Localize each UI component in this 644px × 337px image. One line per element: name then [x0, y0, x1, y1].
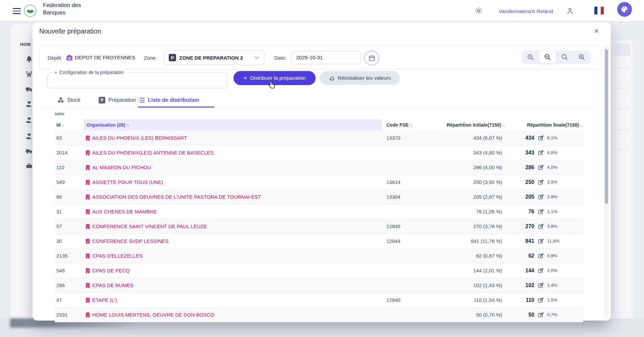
eraser-icon	[329, 75, 335, 81]
sort-icon: ↑↓	[580, 123, 582, 127]
edit-icon[interactable]	[538, 150, 544, 156]
cell-initial-repartition: 144 (2,01 %)	[434, 268, 505, 273]
edit-icon[interactable]	[538, 238, 544, 244]
organisation-link[interactable]: AL MASEON DU PICHOU	[84, 164, 382, 170]
organisation-link[interactable]: ASSOCIATION DES OEUVRES DE L'UNITE PASTO…	[84, 194, 382, 200]
preparation-toolbar: Dépôt DEPOT DE FROYENNES Zone: P ZONE DE…	[39, 46, 601, 70]
organisation-link[interactable]: CONFERENCE SVDP LESSINES	[84, 238, 382, 244]
cell-initial-repartition: 343 (4,80 %)	[434, 150, 505, 155]
edit-icon[interactable]	[538, 135, 544, 141]
edit-icon[interactable]	[538, 297, 544, 303]
edit-icon[interactable]	[538, 223, 544, 229]
cell-final-repartition: 62 0,9%	[505, 253, 583, 259]
cell-code-fse: 13614	[382, 179, 434, 185]
distribution-table-body: 63 AILES DU PHOENIX (LES) BERNISSART 133…	[55, 131, 583, 322]
table-row: 2014 AILES DU PHOENIX(LES) ANTENNE DE BA…	[55, 145, 583, 160]
organisation-link[interactable]: CPAS DE RUMES	[84, 282, 382, 288]
search-icon[interactable]	[556, 51, 573, 64]
organisation-link[interactable]: CPAS D'ELLEZELLES	[84, 253, 382, 259]
zoom-out-icon[interactable]	[522, 51, 539, 64]
scrollbar-thumb[interactable]	[605, 49, 608, 204]
organisation-link[interactable]: ETAPE (L')	[84, 297, 382, 303]
column-header-code-fse[interactable]: Code FSE↑↓	[382, 122, 434, 128]
configuration-input[interactable]	[48, 73, 229, 89]
cell-id: 548	[55, 268, 84, 273]
bell-icon[interactable]	[25, 56, 33, 63]
column-header-id[interactable]: Id↑↓	[55, 122, 84, 128]
french-flag-icon[interactable]	[594, 7, 604, 14]
app-logo-icon	[24, 4, 37, 17]
hand-heart-icon[interactable]	[25, 117, 33, 124]
cell-id: 110	[55, 164, 84, 170]
organisation-link[interactable]: AILES DU PHOENIX(LES) ANTENNE DE BASECLE…	[84, 150, 382, 155]
hamburger-menu-icon[interactable]	[13, 8, 21, 14]
organisation-link[interactable]: CPAS DE PECQ	[84, 268, 382, 273]
toolbox-icon[interactable]	[25, 162, 33, 170]
theme-toggle-sun-icon[interactable]	[475, 7, 482, 14]
cell-final-repartition: 102 1,4%	[505, 282, 583, 288]
cell-id: 57	[55, 223, 84, 229]
cell-initial-repartition: 50 (0,70 %)	[434, 312, 505, 318]
list-icon	[138, 97, 145, 103]
organisation-link[interactable]: ASSIETTE POUR TOUS (UNE)	[84, 179, 382, 185]
background-row-line	[614, 109, 630, 109]
edit-icon[interactable]	[538, 209, 544, 215]
people-carry-icon[interactable]	[25, 70, 33, 78]
tab-stock[interactable]: Stock	[57, 93, 80, 107]
zone-select[interactable]: P ZONE DE PREPARATION 2	[164, 50, 264, 65]
cell-initial-repartition: 434 (6,07 %)	[434, 135, 505, 141]
cell-id: 266	[55, 282, 84, 288]
theme-palette-button[interactable]	[617, 2, 632, 17]
sort-icon: ↑↓	[410, 123, 412, 127]
close-icon[interactable]: ✕	[594, 27, 599, 35]
building-icon	[86, 268, 90, 273]
date-input[interactable]	[291, 51, 361, 64]
cell-id: 2135	[55, 253, 84, 259]
tab-preparation[interactable]: P Préparation	[99, 93, 136, 107]
reset-values-button[interactable]: Réinitialiser les valeurs	[320, 71, 400, 85]
mouse-cursor	[268, 80, 276, 90]
sort-icon: ↑↓	[126, 123, 128, 127]
table-row: 31 AUX CHENES DE MAMBRE 76 (1,06 %) 76 1…	[55, 204, 583, 219]
hand-heart-icon[interactable]	[25, 133, 33, 140]
user-name-link[interactable]: Vandermeersch Roland	[499, 8, 553, 14]
edit-icon[interactable]	[538, 179, 544, 185]
organisation-link[interactable]: HOME LOUIS MERTENS, OEUVRE DE DON BOSCO	[84, 312, 382, 318]
cell-id: 549	[55, 179, 84, 185]
table-row: 2331 HOME LOUIS MERTENS, OEUVRE DE DON B…	[55, 308, 583, 322]
truck-icon[interactable]	[25, 86, 33, 93]
edit-icon[interactable]	[538, 312, 544, 318]
tabs-divider	[39, 107, 601, 108]
organisation-link[interactable]: AUX CHENES DE MAMBRE	[84, 209, 382, 214]
hand-heart-icon[interactable]	[25, 100, 33, 108]
column-header-initial[interactable]: Répartition initiale(7150)↑↓	[434, 122, 505, 128]
column-header-organisation[interactable]: Organisation (28)↑↓	[84, 119, 382, 131]
user-profile-icon[interactable]	[566, 7, 574, 15]
edit-icon[interactable]	[538, 282, 544, 288]
edit-icon[interactable]	[538, 164, 544, 171]
truck-icon[interactable]	[25, 148, 33, 155]
table-row: 110 AL MASEON DU PICHOU 286 (4,00 %) 286…	[55, 160, 583, 175]
edit-icon[interactable]	[538, 253, 544, 259]
configuration-label: + Configuration de la préparation	[52, 69, 126, 75]
depot-label: Dépôt	[48, 55, 61, 61]
edit-icon[interactable]	[538, 194, 544, 200]
new-preparation-modal: Nouvelle préparation ✕ Dépôt DEPOT DE FR…	[33, 22, 611, 321]
preparation-badge-icon: P	[99, 97, 105, 104]
organisation-link[interactable]: CONFERENCE SAINT VINCENT DE PAUL LEUZE	[84, 223, 382, 229]
table-row: 47 ETAPE (L') 12840 110 (1,54 %) 110 1,5…	[55, 293, 583, 308]
edit-icon[interactable]	[538, 268, 544, 274]
zoom-in-icon[interactable]	[573, 51, 590, 64]
table-row: 30 CONFERENCE SVDP LESSINES 12844 841 (1…	[55, 234, 583, 249]
table-caption: table	[55, 111, 64, 116]
background-button-ghost	[614, 44, 630, 56]
calendar-button[interactable]	[364, 51, 379, 65]
column-header-final[interactable]: Répartition finale(7150)↑↓	[505, 122, 583, 128]
cell-final-repartition: 250 3,5%	[505, 179, 583, 185]
building-icon	[86, 312, 90, 318]
plus-icon: +	[54, 69, 57, 75]
zoom-out-active-icon[interactable]	[539, 51, 556, 64]
tab-distribution-list[interactable]: Liste de distribution	[138, 93, 199, 107]
organisation-link[interactable]: AILES DU PHOENIX (LES) BERNISSART	[84, 135, 382, 141]
cell-id: 31	[55, 209, 84, 214]
